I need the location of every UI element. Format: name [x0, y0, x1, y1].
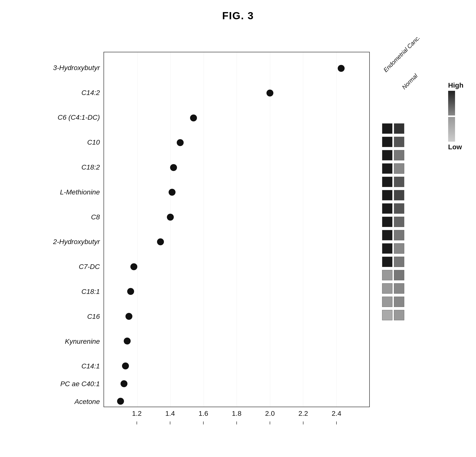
y-label-c8: C8: [91, 213, 100, 221]
y-label-c18:1: C18:1: [81, 288, 100, 296]
y-label-acetone: Acetone: [74, 398, 100, 406]
x-label-2.0: 2.0: [265, 410, 275, 418]
legend-row-9: [382, 243, 431, 254]
chart-plot-area: [104, 52, 370, 407]
legend-box-cancer-6: [382, 203, 392, 214]
y-label-l-methionine: L-Methionine: [60, 188, 100, 196]
legend-box-normal-5: [394, 190, 404, 200]
y-axis-labels: 3-HydroxybutyrC14:2C6 (C4:1-DC)C10C18:2L…: [30, 52, 102, 407]
dot-2-hydroxybutyr: [157, 238, 164, 245]
grid-line-2.4: [336, 52, 336, 407]
legend-box-normal-7: [394, 217, 404, 227]
y-label-c10: C10: [87, 138, 100, 146]
x-label-2.2: 2.2: [299, 410, 308, 418]
dot-c18:1: [127, 288, 134, 295]
legend-row-12: [382, 283, 431, 294]
legend-box-cancer-1: [382, 137, 392, 147]
dot-c18:2: [170, 164, 177, 171]
legend-box-normal-13: [394, 297, 404, 307]
legend-box-normal-11: [394, 270, 404, 280]
y-label-kynurenine: Kynurenine: [65, 338, 100, 345]
legend-high-label: High: [448, 81, 463, 89]
y-label-c14:1: C14:1: [81, 362, 100, 370]
legend-box-cancer-14: [382, 310, 392, 320]
y-label-c16: C16: [87, 313, 100, 321]
legend-box-cancer-13: [382, 297, 392, 307]
y-label-c14:2: C14:2: [81, 89, 100, 97]
grid-line-2.2: [303, 52, 303, 407]
dot-3-hydroxybutyr: [338, 65, 345, 72]
legend-box-cancer-11: [382, 270, 392, 280]
chart-container: 3-HydroxybutyrC14:2C6 (C4:1-DC)C10C18:2L…: [30, 32, 412, 439]
legend-header-normal: Normal: [401, 73, 419, 91]
legend-row-13: [382, 297, 431, 307]
legend-row-10: [382, 257, 431, 267]
y-label-3-hydroxybutyr: 3-Hydroxybutyr: [53, 64, 100, 72]
legend-box-normal-9: [394, 243, 404, 254]
legend-box-cancer-7: [382, 217, 392, 227]
dot-c10: [177, 139, 184, 146]
grid-line-1.2: [137, 52, 138, 407]
dot-l-methionine: [169, 189, 176, 196]
y-label-c18:2: C18:2: [81, 163, 100, 171]
legend-header-cancer: Endometrial Canc.: [382, 34, 421, 74]
legend-box-normal-3: [394, 163, 404, 174]
legend-row-1: [382, 137, 431, 147]
legend-row-14: [382, 310, 431, 320]
dot-c16: [125, 313, 132, 320]
legend-row-4: [382, 177, 431, 187]
dot-c8: [167, 214, 174, 221]
grid-line-2.0: [270, 52, 270, 407]
x-label-2.4: 2.4: [332, 410, 341, 418]
legend-box-cancer-9: [382, 243, 392, 254]
legend-low-label: Low: [448, 143, 462, 151]
legend-row-7: [382, 217, 431, 227]
legend-box-cancer-8: [382, 230, 392, 240]
dot-kynurenine: [124, 338, 131, 344]
legend-box-normal-10: [394, 257, 404, 267]
dot-acetone: [117, 398, 124, 405]
legend-row-6: [382, 203, 431, 214]
legend-box-cancer-10: [382, 257, 392, 267]
legend-row-5: [382, 190, 431, 200]
legend-box-normal-14: [394, 310, 404, 320]
grid-line-1.6: [204, 52, 204, 407]
legend-row-11: [382, 270, 431, 280]
legend-box-normal-0: [394, 123, 404, 134]
x-label-1.4: 1.4: [165, 410, 175, 418]
legend-box-cancer-0: [382, 123, 392, 134]
legend-box-cancer-5: [382, 190, 392, 200]
legend-box-cancer-2: [382, 150, 392, 160]
legend-row-2: [382, 150, 431, 160]
legend-row-0: [382, 123, 431, 134]
legend-box-cancer-12: [382, 283, 392, 294]
dot-c6(c4:1-dc): [190, 114, 197, 121]
legend-box-normal-8: [394, 230, 404, 240]
y-label-c7-dc: C7-DC: [79, 263, 100, 271]
legend-row-3: [382, 163, 431, 174]
y-label-2-hydroxybutyr: 2-Hydroxybutyr: [53, 238, 100, 246]
legend-box-normal-1: [394, 137, 404, 147]
grid-line-1.4: [170, 52, 171, 407]
dot-c7-dc: [130, 263, 137, 270]
legend-box-normal-2: [394, 150, 404, 160]
legend: Endometrial Canc. Normal High Low: [382, 81, 431, 323]
grid-line-1.8: [237, 52, 237, 407]
legend-box-cancer-4: [382, 177, 392, 187]
y-label-c6(c4:1-dc): C6 (C4:1-DC): [58, 114, 100, 121]
x-label-1.8: 1.8: [232, 410, 242, 418]
legend-row-8: [382, 230, 431, 240]
dot-pcaec40:1: [121, 380, 127, 387]
figure-title: FIG. 3: [0, 0, 476, 22]
legend-box-normal-4: [394, 177, 404, 187]
legend-box-normal-6: [394, 203, 404, 214]
x-label-1.6: 1.6: [199, 410, 208, 418]
dot-c14:2: [266, 90, 273, 96]
y-label-pcaec40:1: PC ae C40:1: [60, 380, 100, 388]
legend-box-normal-12: [394, 283, 404, 294]
legend-box-cancer-3: [382, 163, 392, 174]
x-label-1.2: 1.2: [132, 410, 142, 418]
legend-gradient-high: [448, 91, 455, 115]
legend-gradient-low: [448, 117, 455, 142]
x-axis-labels: 1.21.41.61.82.02.22.4: [104, 410, 370, 424]
